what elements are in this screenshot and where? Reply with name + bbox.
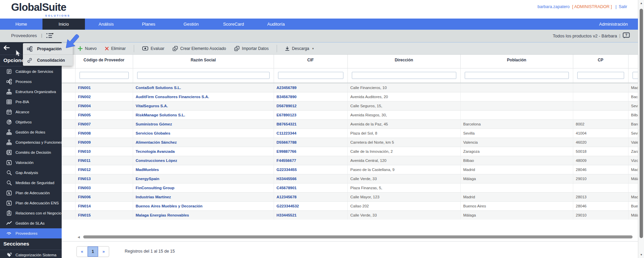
table-row[interactable]: FIN007Suministros GómezB87654321Avenida …: [62, 119, 638, 128]
table-row[interactable]: FIN012MadMueblesG22334455Paseo de la Cas…: [62, 165, 638, 174]
help-question-icon[interactable]: ?: [623, 32, 630, 40]
horizontal-scroll-thumb[interactable]: [83, 235, 633, 238]
column-header-direccion[interactable]: Dirección: [347, 55, 460, 68]
cell-cif[interactable]: C11223344: [274, 128, 347, 138]
cell-codigo[interactable]: FIN003: [75, 183, 133, 192]
cell-razon[interactable]: Construcciones López: [133, 156, 274, 165]
cell-codigo[interactable]: FIN001: [75, 83, 133, 92]
scroll-down-arrow-icon[interactable]: ▼: [638, 253, 644, 256]
sidebar-item-objetivos[interactable]: Objetivos: [0, 117, 62, 127]
table-row[interactable]: FIN005RiskManage Solutions S.L.E67890123…: [62, 110, 638, 119]
sidebar-item-comites-de-decision[interactable]: Comités de Decisión: [0, 147, 62, 157]
cell-cif[interactable]: H33445521: [274, 210, 347, 220]
sidebar-item-relaciones-con-el-negocio[interactable]: Relaciones con el Negocio: [0, 208, 62, 218]
table-row[interactable]: FIN003FinConsulting GroupC45678901Plaza …: [62, 183, 638, 192]
cell-razon[interactable]: VitalSeguros S.A.: [133, 101, 274, 110]
cell-codigo[interactable]: FIN011: [75, 156, 133, 165]
sort-list-menu-icon[interactable]: [46, 33, 54, 40]
tab-inicio[interactable]: Inicio: [42, 19, 85, 30]
cell-razon[interactable]: AuditFirm Consultores Financieros S.A.: [133, 92, 274, 101]
table-row[interactable]: FIN015Malaga Energías RenovablesH3344552…: [62, 210, 638, 220]
table-row[interactable]: FIN010Tecnología AvanzadaE99887766Calle …: [62, 147, 638, 156]
cell-codigo[interactable]: FIN008: [75, 128, 133, 138]
cell-razon[interactable]: ContaSoft Solutions S.L.: [133, 83, 274, 92]
cell-razon[interactable]: Industrias Martínez: [133, 192, 274, 201]
username-link[interactable]: barbara.zapatero: [538, 4, 570, 9]
tab-analisis[interactable]: Análisis: [85, 19, 127, 30]
sidebar-item-catalogo-de-servicios[interactable]: Catálogo de Servicios: [0, 66, 62, 77]
cell-razon[interactable]: FinConsulting Group: [133, 183, 274, 192]
sidebar-item-estructura-organizativa[interactable]: Estructura Organizativa: [0, 87, 62, 97]
table-row[interactable]: FIN008Servicios GlobalesC11223344Plaza d…: [62, 128, 638, 138]
sidebar-item-plan-de-adecuacion-ens[interactable]: Plan de Adecuación ENS: [0, 198, 62, 208]
cell-cif[interactable]: A12345678: [274, 192, 347, 201]
table-row[interactable]: FIN004VitalSeguros S.A.D56789012Calle Se…: [62, 101, 638, 110]
tab-home[interactable]: Home: [0, 19, 42, 30]
cell-razon[interactable]: Tecnología Avanzada: [133, 147, 274, 156]
nuevo-button[interactable]: Nuevo: [78, 46, 97, 51]
filter-input-codigo[interactable]: [80, 72, 129, 79]
sidebar-item-medidas-de-seguridad[interactable]: Medidas de Seguridad: [0, 178, 62, 188]
column-header-razon[interactable]: Razón Social: [133, 55, 274, 68]
cell-cif[interactable]: B87654321: [274, 119, 347, 128]
table-row[interactable]: FIN014Buenos Aires Muebles y DecoraciónG…: [62, 201, 638, 210]
cell-cif[interactable]: E99887766: [274, 147, 347, 156]
cell-cif[interactable]: D56789012: [274, 101, 347, 110]
eliminar-button[interactable]: Eliminar: [105, 46, 126, 51]
sidebar-item-pre-bia[interactable]: Pre-BIA: [0, 97, 62, 107]
cell-codigo[interactable]: FIN009: [75, 138, 133, 147]
page-1-button[interactable]: 1: [88, 247, 98, 257]
column-header-cif[interactable]: CIF: [274, 55, 347, 68]
cell-cif[interactable]: D55667788: [274, 138, 347, 147]
column-header-cp[interactable]: CP: [573, 55, 628, 68]
cell-cif[interactable]: A23456789: [274, 83, 347, 92]
sidebar-item-gestion-de-roles[interactable]: Gestión de Roles: [0, 127, 62, 137]
filter-input-cp[interactable]: [577, 72, 624, 79]
table-row[interactable]: FIN006Industrias MartínezA12345678Calle …: [62, 192, 638, 201]
cell-codigo[interactable]: FIN015: [75, 210, 133, 220]
tab-scorecard[interactable]: ScoreCard: [212, 19, 255, 30]
importar-datos-button[interactable]: Importar Datos: [234, 46, 269, 51]
cell-razon[interactable]: Suministros Gómez: [133, 119, 274, 128]
column-header-poblacion[interactable]: Población: [460, 55, 573, 68]
tab-auditoria[interactable]: Auditoría: [255, 19, 297, 30]
sidebar-item-alcance[interactable]: Alcance: [0, 107, 62, 117]
cell-codigo[interactable]: FIN012: [75, 165, 133, 174]
menu-item-consolidacion[interactable]: Consolidación: [23, 54, 73, 66]
cell-razon[interactable]: Alimentación Sánchez: [133, 138, 274, 147]
cell-codigo[interactable]: FIN007: [75, 119, 133, 128]
cell-razon[interactable]: Servicios Globales: [133, 128, 274, 138]
crear-elemento-asociado-button[interactable]: Crear Elemento Asociado: [173, 46, 226, 51]
sidebar-item-proveedores[interactable]: Proveedores: [0, 228, 62, 238]
cell-razon[interactable]: Buenos Aires Muebles y Decoración: [133, 201, 274, 210]
cell-codigo[interactable]: FIN004: [75, 101, 133, 110]
sidebar-item-gestion-de-slas[interactable]: Gestión de SLAs: [0, 218, 62, 228]
tab-administracion[interactable]: Administración: [589, 19, 638, 30]
scroll-up-arrow-icon[interactable]: ▲: [638, 2, 644, 5]
cell-codigo[interactable]: FIN005: [75, 110, 133, 119]
page-last-button[interactable]: »: [98, 247, 109, 257]
table-row[interactable]: FIN009Alimentación SánchezD55667788Carre…: [62, 138, 638, 147]
sidebar-item-procesos[interactable]: Procesos: [0, 77, 62, 87]
filter-input-direccion[interactable]: [352, 72, 456, 79]
cell-codigo[interactable]: FIN013: [75, 174, 133, 183]
column-header-provincia[interactable]: [628, 55, 638, 68]
evaluar-button[interactable]: Evaluar: [142, 46, 164, 51]
sidebar-item-competencias-y-funciones[interactable]: Competencias y Funciones: [0, 137, 62, 147]
cell-cif[interactable]: G22334455: [274, 165, 347, 174]
filter-input-razon[interactable]: [137, 72, 270, 79]
cell-razon[interactable]: EnergySpain: [133, 174, 274, 183]
column-header-codigo[interactable]: Código de Proveedor: [75, 55, 133, 68]
descarga-button[interactable]: Descarga▾: [285, 46, 314, 51]
sidebar-item-categorizacion-sistema[interactable]: Categorización Sistema: [0, 250, 62, 258]
cell-razon[interactable]: RiskManage Solutions S.L.: [133, 110, 274, 119]
tab-planes[interactable]: Planes: [127, 19, 170, 30]
cell-cif[interactable]: F44556677: [274, 156, 347, 165]
cell-codigo[interactable]: FIN002: [75, 92, 133, 101]
tab-gestion[interactable]: Gestión: [170, 19, 212, 30]
horizontal-scrollbar[interactable]: ◀: [62, 235, 638, 239]
cell-codigo[interactable]: FIN014: [75, 201, 133, 210]
sidebar-item-valoracion[interactable]: Valoración: [0, 157, 62, 168]
cell-razon[interactable]: Malaga Energías Renovables: [133, 210, 274, 220]
filter-input-cif[interactable]: [278, 72, 343, 79]
